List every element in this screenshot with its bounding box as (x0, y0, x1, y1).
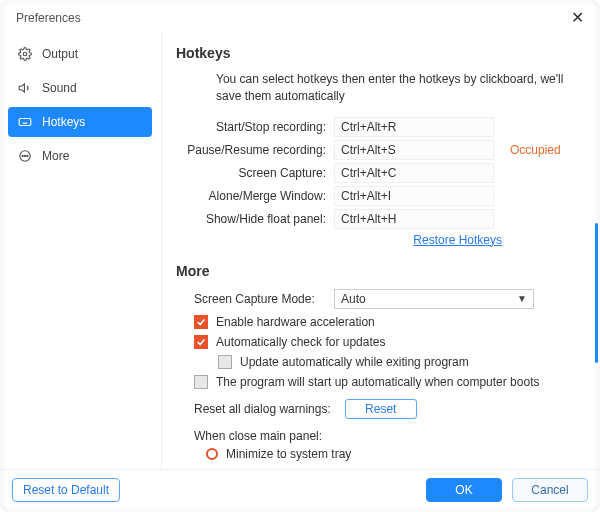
checkbox-checked-icon (194, 315, 208, 329)
preferences-window: Preferences ✕ Output Sound Hotkeys (0, 0, 600, 512)
sidebar-item-output[interactable]: Output (8, 39, 152, 69)
sidebar-item-label: More (42, 149, 69, 163)
hotkeys-heading: Hotkeys (176, 45, 584, 61)
hotkey-input-start-stop[interactable] (334, 117, 494, 137)
hotkey-label: Start/Stop recording: (176, 120, 334, 134)
sidebar: Output Sound Hotkeys More (0, 33, 162, 469)
hotkey-row: Start/Stop recording: (176, 117, 584, 137)
checkbox-checked-icon (194, 335, 208, 349)
svg-point-5 (24, 155, 25, 156)
close-panel-label: When close main panel: (194, 429, 584, 443)
titlebar: Preferences ✕ (0, 0, 600, 33)
checkbox-unchecked-icon (218, 355, 232, 369)
reset-warnings-button[interactable]: Reset (345, 399, 417, 419)
sidebar-item-label: Output (42, 47, 78, 61)
hotkey-input-alone-merge[interactable] (334, 186, 494, 206)
content[interactable]: Hotkeys You can select hotkeys then ente… (162, 33, 592, 469)
cancel-button[interactable]: Cancel (512, 478, 588, 502)
reset-warnings-label: Reset all dialog warnings: (194, 402, 331, 416)
footer: Reset to Default OK Cancel (0, 469, 600, 512)
hotkey-row: Screen Capture: (176, 163, 584, 183)
check-label: Update automatically while exiting progr… (240, 355, 469, 369)
capture-mode-label: Screen Capture Mode: (194, 292, 334, 306)
hotkey-input-pause-resume[interactable] (334, 140, 494, 160)
body: Output Sound Hotkeys More (0, 33, 600, 469)
svg-marker-1 (19, 84, 24, 92)
chevron-down-icon: ▼ (517, 293, 527, 304)
hotkey-label: Screen Capture: (176, 166, 334, 180)
hotkey-label: Pause/Resume recording: (176, 143, 334, 157)
hotkey-label: Alone/Merge Window: (176, 189, 334, 203)
restore-hotkeys-link[interactable]: Restore Hotkeys (176, 233, 502, 247)
sidebar-item-sound[interactable]: Sound (8, 73, 152, 103)
content-wrap: Hotkeys You can select hotkeys then ente… (162, 33, 600, 469)
reset-warnings-row: Reset all dialog warnings: Reset (194, 399, 584, 419)
svg-point-6 (27, 155, 28, 156)
radio-minimize-tray[interactable]: Minimize to system tray (206, 447, 584, 461)
hotkey-status-occupied: Occupied (510, 143, 561, 157)
more-heading: More (176, 263, 584, 279)
footer-right: OK Cancel (426, 478, 588, 502)
hotkey-row: Show/Hide float panel: (176, 209, 584, 229)
svg-rect-2 (19, 119, 31, 126)
check-update-on-exit[interactable]: Update automatically while exiting progr… (218, 355, 584, 369)
keyboard-icon (18, 115, 32, 129)
sidebar-item-hotkeys[interactable]: Hotkeys (8, 107, 152, 137)
hotkey-input-float-panel[interactable] (334, 209, 494, 229)
hotkey-input-screen-capture[interactable] (334, 163, 494, 183)
check-label: Automatically check for updates (216, 335, 385, 349)
capture-mode-select[interactable]: Auto ▼ (334, 289, 534, 309)
more-icon (18, 149, 32, 163)
check-label: The program will start up automatically … (216, 375, 539, 389)
check-hw-accel[interactable]: Enable hardware acceleration (194, 315, 584, 329)
speaker-icon (18, 81, 32, 95)
close-icon[interactable]: ✕ (567, 8, 588, 27)
scrollbar-thumb[interactable] (595, 223, 598, 363)
hotkey-label: Show/Hide float panel: (176, 212, 334, 226)
reset-to-default-button[interactable]: Reset to Default (12, 478, 120, 502)
radio-label: Minimize to system tray (226, 447, 351, 461)
svg-point-4 (22, 155, 23, 156)
svg-point-0 (23, 52, 27, 56)
check-label: Enable hardware acceleration (216, 315, 375, 329)
hotkeys-intro: You can select hotkeys then enter the ho… (216, 71, 584, 105)
hotkeys-table: Start/Stop recording: Pause/Resume recor… (176, 117, 584, 247)
radio-unselected-icon (206, 448, 218, 460)
gear-icon (18, 47, 32, 61)
capture-mode-value: Auto (341, 292, 366, 306)
checkbox-unchecked-icon (194, 375, 208, 389)
sidebar-item-label: Hotkeys (42, 115, 85, 129)
sidebar-item-label: Sound (42, 81, 77, 95)
hotkey-row: Alone/Merge Window: (176, 186, 584, 206)
capture-mode-row: Screen Capture Mode: Auto ▼ (194, 289, 584, 309)
check-auto-update[interactable]: Automatically check for updates (194, 335, 584, 349)
window-title: Preferences (16, 11, 81, 25)
hotkey-row: Pause/Resume recording: Occupied (176, 140, 584, 160)
check-startup[interactable]: The program will start up automatically … (194, 375, 584, 389)
sidebar-item-more[interactable]: More (8, 141, 152, 171)
ok-button[interactable]: OK (426, 478, 502, 502)
